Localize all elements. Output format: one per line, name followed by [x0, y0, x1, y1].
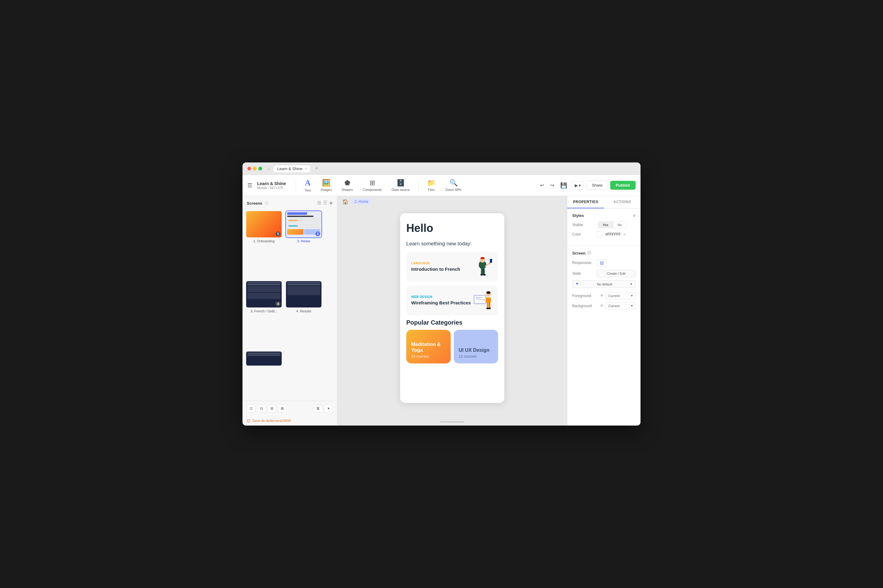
right-panel: PROPERTIES ACTIONS Styles ∨ Visible Yes … — [567, 196, 641, 426]
datasource-tool-icon: 🗄️ — [397, 179, 405, 187]
list-view-button[interactable]: ☰ — [323, 200, 327, 207]
zoom-label: Zoom 99% — [445, 188, 462, 192]
category-card-uiux[interactable]: UI UX Design 12 courses — [454, 330, 498, 363]
breadcrumb-home-icon[interactable]: 🏠 — [342, 199, 348, 205]
sidebar-header: Screens ⓘ ⊞ ☰ + — [242, 196, 337, 210]
sidebar-action-1[interactable]: ⊡ — [247, 404, 255, 413]
menu-icon[interactable]: ☰ — [247, 182, 252, 189]
category-card-meditation[interactable]: Meditation & Yoga 23 courses — [406, 330, 451, 363]
sidebar-item-results[interactable]: 4. Results — [285, 280, 322, 348]
minimize-button[interactable] — [253, 167, 257, 170]
screen-section-title: Screen ⓘ — [572, 250, 636, 256]
screen-label: Screen — [572, 251, 585, 255]
svg-point-5 — [480, 274, 483, 275]
tab[interactable]: Learn & Shine × — [273, 165, 310, 172]
svg-rect-9 — [490, 259, 492, 262]
datasource-tool-button[interactable]: 🗄️ Data source — [388, 177, 413, 194]
course-card-webdesign[interactable]: WEB DESIGN Wireframing Best Practices — [406, 285, 498, 315]
color-picker-row: #FFFFFF × — [597, 231, 626, 237]
svg-point-23 — [488, 308, 491, 309]
tab-properties[interactable]: PROPERTIES — [567, 196, 604, 208]
play-button[interactable]: ▶ ▾ — [571, 181, 584, 190]
styles-section-title: Styles ∨ — [572, 213, 636, 218]
state-dropdown-icon: ▾ — [630, 282, 632, 286]
svg-rect-3 — [481, 268, 483, 274]
sidebar-delete-button[interactable]: 🗑 — [314, 404, 322, 413]
responsive-icon[interactable]: ⊞ — [597, 260, 606, 266]
panel-tabs: PROPERTIES ACTIONS — [567, 196, 641, 208]
sidebar-more-button[interactable]: ▾ — [324, 404, 333, 413]
canvas-viewport[interactable]: Hello Learn something new today: LANGUAG… — [337, 207, 567, 419]
files-tool-button[interactable]: 📁 Files — [423, 177, 439, 194]
publish-button[interactable]: Publish — [610, 181, 636, 190]
zoom-button[interactable]: 🔍 Zoom 99% — [441, 177, 465, 194]
color-clear-icon[interactable]: × — [623, 232, 626, 237]
maximize-button[interactable] — [259, 167, 262, 170]
language-title: Introduction to French — [411, 266, 460, 272]
styles-collapse-icon[interactable]: ∨ — [633, 213, 636, 218]
close-button[interactable] — [247, 167, 251, 170]
state-default-label: No default — [597, 282, 612, 286]
sidebar-action-2[interactable]: ⊟ — [257, 404, 266, 413]
sidebar-action-4[interactable]: ⊠ — [278, 404, 287, 413]
sidebar-item-french[interactable]: 4 3. French / Getti... — [245, 280, 282, 348]
foreground-eye-icon[interactable]: 👁 — [600, 293, 604, 298]
main-content: Screens ⓘ ⊞ ☰ + 5 1. Onboarding — [242, 196, 641, 426]
hello-text: Hello — [406, 222, 498, 235]
tab-actions[interactable]: ACTIONS — [604, 196, 641, 208]
grid-view-button[interactable]: ⊞ — [317, 200, 321, 207]
background-label: Background — [572, 304, 600, 308]
svg-point-2 — [480, 257, 485, 259]
app-name-label: Learn & Shine — [257, 181, 286, 186]
visible-row: Visible Yes No — [572, 222, 636, 228]
breadcrumb-bar: 🏠 2. Home — [337, 196, 567, 207]
background-select[interactable]: Current ▾ — [606, 302, 636, 309]
redo-button[interactable]: ↪ — [548, 180, 556, 190]
french-label: 3. French / Getti... — [250, 309, 277, 313]
undo-button[interactable]: ↩ — [538, 180, 546, 190]
state-select[interactable]: ⚑ No default ▾ — [572, 280, 636, 288]
visible-no-button[interactable]: No — [613, 222, 626, 228]
add-screen-button[interactable]: + — [329, 200, 333, 207]
sidebar-item-extra[interactable] — [245, 351, 282, 401]
screens-grid: 5 1. Onboarding — [242, 210, 337, 401]
visible-yes-button[interactable]: Yes — [598, 222, 613, 228]
mobile-preview: Hello Learn something new today: LANGUAG… — [400, 213, 504, 403]
app-window: ⌂ Learn & Shine × + ☰ Learn & Shine Mobi… — [242, 162, 641, 426]
share-button[interactable]: Share — [587, 180, 608, 190]
webdesign-card-content: WEB DESIGN Wireframing Best Practices — [411, 295, 471, 306]
uiux-courses: 12 courses — [459, 354, 493, 358]
sidebar-item-onboarding[interactable]: 5 1. Onboarding — [245, 210, 282, 278]
shapes-tool-button[interactable]: ⬟ Shapes — [338, 177, 357, 194]
color-label: Color — [572, 232, 597, 237]
color-swatch[interactable] — [597, 231, 603, 237]
responsive-label: Responsive — [572, 261, 597, 265]
background-value: Current — [608, 304, 620, 308]
course-card-language[interactable]: LANGUAGE Introduction to French — [406, 252, 498, 282]
titlebar-home-icon[interactable]: ⌂ — [268, 166, 270, 171]
components-tool-button[interactable]: ⊞ Components — [359, 177, 385, 194]
state-label: State — [572, 272, 597, 276]
components-tool-icon: ⊞ — [370, 179, 375, 187]
components-tool-label: Components — [363, 188, 382, 192]
files-tool-icon: 📁 — [427, 179, 435, 187]
screens-help-icon: ⓘ — [265, 201, 269, 206]
uiux-title: UI UX Design — [459, 347, 493, 353]
sidebar-item-home[interactable]: 2 2. Home — [285, 210, 322, 278]
state-create-edit-button[interactable]: Create / Edit — [597, 270, 636, 277]
svg-point-24 — [486, 291, 490, 294]
background-eye-icon[interactable]: 👁 — [600, 303, 604, 308]
responsive-control: Responsive ⊞ — [572, 260, 636, 266]
new-tab-button[interactable]: + — [315, 165, 319, 172]
files-tool-label: Files — [428, 188, 435, 192]
styles-section: Styles ∨ Visible Yes No Color #FFFFFF — [567, 208, 641, 245]
save-button[interactable]: 💾 — [558, 180, 569, 190]
foreground-select[interactable]: Current ▾ — [606, 292, 636, 299]
text-tool-button[interactable]: A Text — [301, 177, 314, 194]
tab-close-icon[interactable]: × — [305, 167, 307, 170]
webdesign-person-svg — [472, 290, 493, 314]
images-tool-button[interactable]: 🖼️ Images — [317, 177, 335, 194]
sidebar-action-3[interactable]: ⊞ — [268, 404, 276, 413]
sidebar-zone[interactable]: ⊡ Zone-de-defilement23506 — [242, 416, 337, 426]
breadcrumb-current[interactable]: 2. Home — [351, 198, 372, 205]
